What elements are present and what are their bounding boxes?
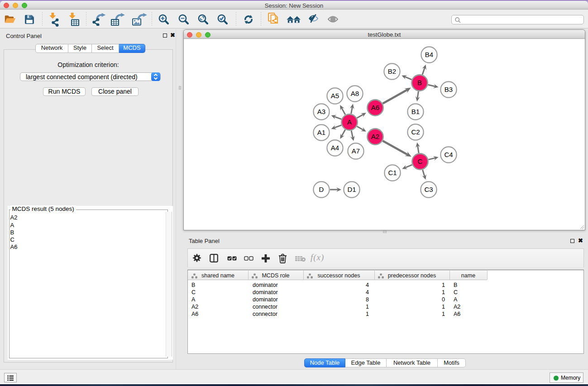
- svg-text:A: A: [347, 118, 352, 126]
- svg-text:A4: A4: [331, 144, 339, 152]
- svg-text:B1: B1: [411, 108, 420, 115]
- svg-text:A2: A2: [371, 133, 379, 140]
- svg-text:A5: A5: [331, 92, 339, 100]
- svg-text:A8: A8: [351, 90, 359, 97]
- svg-text:C4: C4: [444, 151, 453, 158]
- svg-text:D1: D1: [347, 186, 356, 193]
- svg-text:A1: A1: [317, 129, 325, 136]
- svg-text:B: B: [417, 79, 422, 86]
- svg-text:A7: A7: [352, 147, 360, 155]
- svg-text:D: D: [319, 186, 324, 193]
- svg-text:B2: B2: [388, 67, 396, 75]
- svg-text:A3: A3: [317, 108, 325, 115]
- svg-text:C3: C3: [424, 186, 433, 193]
- svg-text:C1: C1: [388, 169, 397, 176]
- svg-text:B3: B3: [445, 86, 453, 93]
- svg-text:C: C: [418, 157, 423, 165]
- svg-text:C2: C2: [411, 128, 420, 136]
- svg-text:B4: B4: [425, 51, 433, 58]
- svg-text:A6: A6: [371, 104, 379, 111]
